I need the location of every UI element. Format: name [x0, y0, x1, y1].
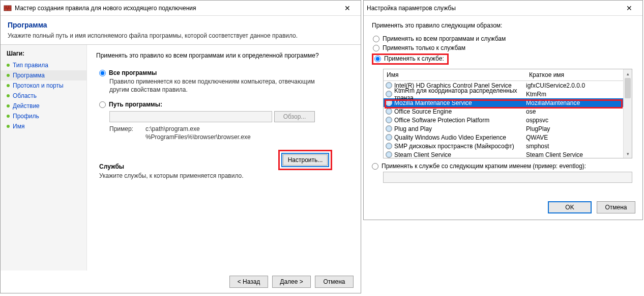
svc-short: PlugPlay — [526, 125, 632, 132]
bullet-icon — [7, 74, 10, 77]
wizard-footer: < Назад Далее > Отмена — [1, 271, 361, 293]
browse-button[interactable]: Обзор... — [274, 111, 315, 122]
table-row[interactable]: Office Source Engineose — [384, 107, 632, 116]
program-path-input[interactable] — [109, 111, 272, 122]
configure-services-button[interactable]: Настроить... — [283, 154, 328, 166]
step-profile[interactable]: Профиль — [1, 111, 86, 121]
service-icon — [386, 125, 392, 132]
short-name-input[interactable] — [383, 172, 632, 183]
step-label: Имя — [13, 123, 24, 130]
cancel-button[interactable]: Отмена — [315, 276, 354, 288]
service-icon — [386, 108, 392, 115]
col-short-name[interactable]: Краткое имя — [526, 69, 632, 80]
service-icon — [386, 91, 392, 97]
table-body: Intel(R) HD Graphics Control Panel Servi… — [384, 81, 632, 158]
radio-all-programs-desc: Правило применяется ко всем подключениям… — [109, 77, 323, 94]
scroll-thumb[interactable] — [625, 78, 631, 98]
step-scope[interactable]: Область — [1, 91, 86, 101]
titlebar: Настройка параметров службы ✕ — [364, 1, 642, 16]
firewall-icon — [4, 4, 12, 12]
table-row[interactable]: KtmRm для координатора распределенных тр… — [384, 90, 632, 98]
dialog-footer: OK Отмена — [364, 197, 642, 220]
bullet-icon — [7, 115, 10, 118]
highlight-apply-to-service: Применять к службе: — [372, 53, 449, 65]
main-panel: Применять это правило ко всем программам… — [87, 45, 361, 271]
step-label: Протокол и порты — [13, 82, 64, 89]
wizard-window: Мастер создания правила для нового исход… — [0, 0, 361, 293]
services-table: Имя Краткое имя Intel(R) HD Graphics Con… — [383, 69, 632, 158]
step-name[interactable]: Имя — [1, 121, 86, 131]
highlight-configure: Настроить... — [278, 150, 332, 170]
page-heading: Программа — [1, 16, 361, 31]
svc-short: ose — [526, 108, 632, 115]
svc-name: Quality Windows Audio Video Experience — [394, 134, 506, 141]
step-action[interactable]: Действие — [1, 101, 86, 111]
titlebar: Мастер создания правила для нового исход… — [1, 1, 361, 16]
table-row[interactable]: Quality Windows Audio Video ExperienceQW… — [384, 133, 632, 142]
scroll-up-icon[interactable]: ▴ — [624, 69, 632, 78]
svc-name: Office Software Protection Platform — [394, 117, 489, 124]
back-button[interactable]: < Назад — [229, 276, 268, 288]
close-button[interactable]: ✕ — [337, 1, 358, 15]
radio-apply-to-service[interactable] — [374, 56, 381, 62]
radio-all-programs-label: Все программы — [109, 69, 157, 76]
service-icon — [386, 143, 392, 149]
page-subheading: Укажите полный путь и имя исполняемого ф… — [1, 31, 361, 44]
svc-short: osppsvc — [526, 117, 632, 124]
radio-apply-all-label: Применять ко всем программам и службам — [383, 35, 506, 42]
prompt-text: Применять это правило ко всем программам… — [96, 52, 352, 59]
close-button[interactable]: ✕ — [619, 1, 639, 15]
step-label: Программа — [13, 72, 45, 79]
step-label: Профиль — [13, 113, 39, 120]
col-name[interactable]: Имя — [384, 69, 526, 80]
radio-apply-services-only[interactable] — [373, 45, 379, 51]
apply-intro: Применять это правило следующим образом: — [372, 22, 634, 29]
svc-short: MozillaMaintenance — [526, 99, 632, 106]
ok-button[interactable]: OK — [548, 201, 592, 213]
next-button[interactable]: Далее > — [272, 276, 311, 288]
step-label: Область — [13, 92, 37, 99]
scroll-down-icon[interactable]: ▾ — [624, 149, 632, 158]
bullet-icon — [7, 125, 10, 128]
dialog-title: Настройка параметров службы — [367, 5, 619, 12]
radio-apply-all[interactable] — [373, 36, 379, 42]
step-protocol-ports[interactable]: Протокол и порты — [1, 80, 86, 91]
svc-short: Steam Client Service — [526, 151, 632, 158]
example-line-2: %ProgramFiles%\browser\browser.exe — [145, 133, 251, 142]
svc-name: Mozilla Maintenance Service — [394, 99, 472, 106]
services-desc: Укажите службы, к которым применяется пр… — [99, 172, 352, 179]
radio-apply-services-only-label: Применять только к службам — [383, 44, 465, 51]
service-settings-dialog: Настройка параметров службы ✕ Применять … — [363, 0, 643, 220]
table-header: Имя Краткое имя — [384, 69, 632, 81]
cancel-button[interactable]: Отмена — [597, 201, 635, 213]
step-program[interactable]: Программа — [1, 70, 86, 80]
table-row[interactable]: Office Software Protection Platformospps… — [384, 116, 632, 124]
table-row[interactable]: SMP дисковых пространств (Майкрософт)smp… — [384, 142, 632, 150]
service-icon — [386, 99, 392, 106]
example-label: Пример: — [109, 125, 133, 141]
bullet-icon — [7, 94, 10, 97]
service-icon — [386, 134, 392, 141]
table-row[interactable]: Steam Client ServiceSteam Client Service — [384, 150, 632, 158]
svc-name: Plug and Play — [394, 125, 432, 132]
scrollbar[interactable]: ▴ ▾ — [623, 69, 632, 158]
step-label: Тип правила — [13, 62, 48, 69]
service-icon — [386, 151, 392, 158]
radio-all-programs[interactable] — [99, 70, 106, 76]
radio-program-path-label: Путь программы: — [109, 101, 162, 108]
svc-name: SMP дисковых пространств (Майкрософт) — [394, 143, 514, 150]
window-title: Мастер создания правила для нового исход… — [15, 5, 337, 12]
table-row-selected[interactable]: Mozilla Maintenance ServiceMozillaMainte… — [384, 98, 632, 107]
example-line-1: c:\path\program.exe — [145, 125, 251, 133]
bullet-icon — [7, 64, 10, 67]
radio-apply-short-name[interactable] — [372, 163, 378, 170]
step-label: Действие — [13, 102, 40, 110]
table-row[interactable]: Plug and PlayPlugPlay — [384, 124, 632, 133]
bullet-icon — [7, 84, 10, 87]
bullet-icon — [7, 104, 10, 107]
radio-program-path[interactable] — [99, 101, 106, 108]
sidebar-title: Шаги: — [1, 48, 86, 60]
svc-short: smphost — [526, 143, 632, 150]
step-rule-type[interactable]: Тип правила — [1, 60, 86, 70]
svc-short: KtmRm — [526, 91, 632, 98]
